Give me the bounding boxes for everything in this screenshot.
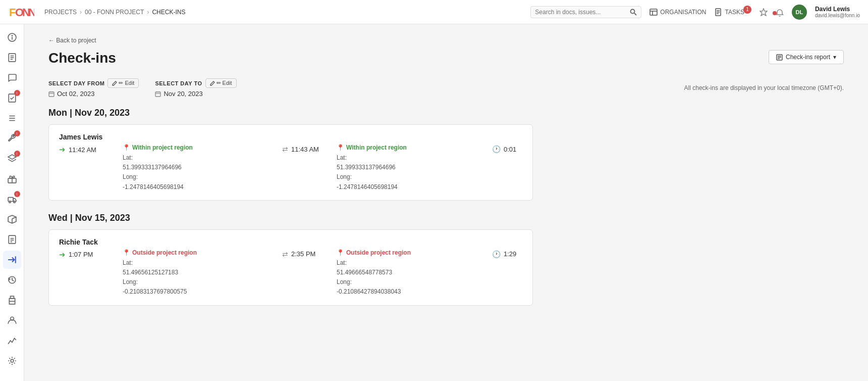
checkin-long-0-0: -1.2478146405698194 [123, 182, 270, 192]
checkout-location-0-0: 📍 Within project region Lat: 51.39933313… [329, 144, 492, 192]
checkin-arrow-icon: ➜ [59, 145, 66, 154]
svg-rect-30 [8, 198, 13, 202]
back-to-project-link[interactable]: ← Back to project [48, 37, 96, 44]
search-input[interactable] [535, 9, 627, 16]
date-to-text: Nov 20, 2023 [164, 90, 202, 98]
checkout-long-label-1-0: Long: [337, 277, 484, 287]
checkout-region-0-0: 📍 Within project region [337, 144, 484, 151]
checkout-long-1-0: -0.21086427894038043 [337, 287, 484, 297]
checkout-lat-1-0: 51.49666548778573 [337, 268, 484, 277]
checkin-time-1-0: ➜ 1:07 PM [59, 250, 115, 259]
search-bar[interactable] [530, 6, 641, 18]
svg-point-32 [13, 201, 15, 203]
tasks-label: TASKS [725, 9, 744, 16]
nav-right: ORGANISATION TASKS 1 [530, 5, 860, 20]
sidebar-item-settings[interactable] [3, 352, 21, 370]
svg-rect-49 [49, 92, 54, 97]
sidebar-item-chat[interactable] [3, 69, 21, 87]
tools-sidebar-badge: ! [14, 130, 20, 136]
notifications-nav [776, 9, 784, 15]
svg-text:N: N [28, 6, 34, 19]
search-button[interactable] [630, 9, 637, 16]
sidebar-item-analytics[interactable] [3, 331, 21, 350]
checkout-location-1-0: 📍 Outside project region Lat: 51.4966654… [329, 249, 492, 297]
checkin-arrow-icon-1: ➜ [59, 250, 66, 259]
tasks-badge: 1 [743, 6, 751, 14]
day-heading-1: Wed | Nov 15, 2023 [48, 213, 844, 223]
avatar: DL [792, 5, 807, 20]
duration-1-0: 🕐 1:29 [492, 250, 522, 258]
duration-0-0: 🕐 0:01 [492, 145, 522, 153]
checkout-swap-icon: ⇄ [282, 145, 288, 153]
checkin-time-text-0-0: 11:42 AM [69, 146, 96, 154]
breadcrumb-project[interactable]: 00 - FONN PROJECT [85, 9, 144, 16]
checkin-lat-0-0: 51.399333137964696 [123, 163, 270, 172]
checkout-time-text-1-0: 2:35 PM [291, 250, 315, 258]
checkout-region-1-0: 📍 Outside project region [337, 249, 484, 256]
day-heading-0: Mon | Nov 20, 2023 [48, 108, 844, 118]
sidebar-item-layers[interactable]: ! [3, 150, 21, 168]
day-group-1: Wed | Nov 15, 2023 Richie Tack ➜ 1:07 PM… [48, 213, 844, 306]
svg-rect-53 [155, 92, 160, 97]
date-to-value: Nov 20, 2023 [155, 90, 236, 98]
sidebar-item-history[interactable] [3, 271, 21, 289]
user-email: david.lewis@fonn.io [815, 13, 860, 18]
breadcrumb-projects[interactable]: PROJECTS [44, 9, 77, 16]
checkout-long-label-0-0: Long: [337, 172, 484, 182]
svg-line-6 [634, 13, 636, 15]
clock-icon-0-0: 🕐 [492, 145, 501, 153]
checkin-card-0-0: James Lewis ➜ 11:42 AM 📍 Within project … [48, 124, 533, 201]
clock-icon-1-0: 🕐 [492, 250, 501, 258]
svg-point-31 [9, 201, 10, 203]
user-info: David Lewis david.lewis@fonn.io [815, 6, 860, 18]
checkout-lat-label-1-0: Lat: [337, 258, 484, 268]
checkin-long-label-1-0: Long: [123, 277, 270, 287]
layers-sidebar-badge: ! [14, 151, 20, 157]
sidebar-item-report[interactable] [3, 230, 21, 249]
checkout-pin-outside-icon: 📍 [337, 249, 344, 256]
tasks-button[interactable]: TASKS [714, 8, 744, 16]
date-from-text: Oct 02, 2023 [57, 90, 94, 98]
sidebar-item-gift[interactable] [3, 170, 21, 188]
date-to-block: SELECT DAY TO ✏ Edit Nov 20, 2023 [155, 78, 236, 98]
sidebar-item-truck[interactable]: ! [3, 190, 21, 208]
sidebar-item-checkin[interactable] [3, 251, 21, 269]
svg-point-5 [631, 9, 635, 13]
date-from-block: SELECT DAY FROM ✏ Edit Oct 02, 2023 [48, 78, 139, 98]
sidebar-item-tools[interactable]: ! [3, 129, 21, 148]
checkin-lat-label-1-0: Lat: [123, 258, 270, 268]
checkin-report-label: Check-ins report [786, 54, 830, 61]
checkin-report-button[interactable]: Check-ins report ▾ [769, 50, 844, 64]
edit-from-button[interactable]: ✏ Edit [107, 78, 139, 88]
breadcrumb-sep-2: › [147, 9, 149, 16]
sidebar-item-print[interactable] [3, 291, 21, 309]
sidebar-item-user[interactable] [3, 311, 21, 329]
checkin-pin-outside-icon: 📍 [123, 249, 130, 256]
sidebar-item-info[interactable] [3, 28, 21, 46]
svg-point-44 [11, 359, 14, 362]
favorites-button[interactable] [760, 8, 768, 16]
duration-text-0-0: 0:01 [504, 146, 516, 153]
svg-rect-42 [10, 296, 14, 299]
page-title: Check-ins [48, 50, 116, 66]
checkin-card-1-0: Richie Tack ➜ 1:07 PM 📍 Outside project … [48, 229, 533, 306]
select-day-from-label: SELECT DAY FROM [48, 80, 104, 86]
sidebar: ! ! ! ! [0, 24, 24, 381]
checkout-lat-label-0-0: Lat: [337, 153, 484, 163]
checkout-swap-icon-1: ⇄ [282, 250, 288, 258]
sidebar-item-docs[interactable] [3, 49, 21, 67]
filter-row: SELECT DAY FROM ✏ Edit Oct 02, 2023 SELE… [48, 78, 844, 98]
user-name: David Lewis [815, 6, 860, 13]
notifications-button[interactable] [776, 9, 784, 17]
checkin-time-0-0: ➜ 11:42 AM [59, 145, 115, 154]
tasks-nav[interactable]: TASKS 1 [714, 8, 751, 16]
sidebar-item-list[interactable] [3, 109, 21, 127]
sidebar-item-box[interactable] [3, 210, 21, 228]
organisation-button[interactable]: ORGANISATION [649, 8, 706, 16]
sidebar-item-tasks[interactable]: ! [3, 89, 21, 107]
edit-to-button[interactable]: ✏ Edit [205, 78, 237, 88]
edit-to-label: ✏ Edit [216, 80, 232, 86]
person-name-0-0: James Lewis [59, 133, 522, 141]
breadcrumb: PROJECTS › 00 - FONN PROJECT › CHECK-INS [44, 9, 530, 16]
top-nav: F O N N PROJECTS › 00 - FONN PROJECT › C… [0, 0, 868, 24]
